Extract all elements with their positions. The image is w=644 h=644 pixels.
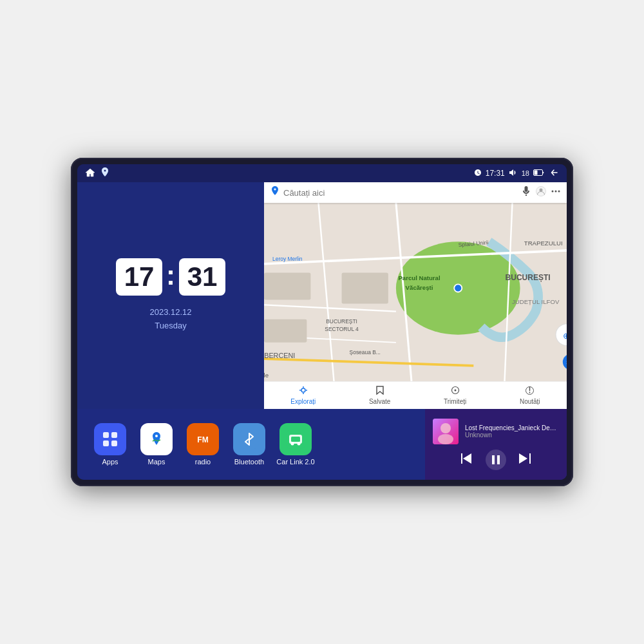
screen: 17:31 18 bbox=[77, 164, 567, 480]
app-item-bluetooth[interactable]: Bluetooth bbox=[229, 423, 269, 466]
svg-point-7 bbox=[558, 191, 560, 193]
battery-level: 18 bbox=[522, 169, 529, 177]
map-area[interactable]: Parcul Natural Văcărești Leroy Merlin BU… bbox=[264, 203, 567, 381]
svg-text:Văcărești: Văcărești bbox=[406, 284, 433, 291]
volume-icon[interactable] bbox=[509, 169, 518, 178]
svg-text:SECTORUL 4: SECTORUL 4 bbox=[325, 326, 359, 332]
svg-rect-17 bbox=[342, 272, 388, 303]
map-bottom-nav: Explorați Salvate bbox=[264, 381, 567, 409]
map-pin-icon bbox=[270, 186, 279, 199]
svg-point-56 bbox=[291, 442, 294, 446]
account-icon[interactable] bbox=[536, 186, 546, 199]
svg-point-59 bbox=[440, 423, 451, 433]
device: 17:31 18 bbox=[71, 158, 573, 486]
music-artist: Unknown bbox=[465, 431, 559, 439]
top-section: 17 : 31 2023.12.12 Tuesday bbox=[77, 182, 567, 409]
svg-rect-46 bbox=[111, 432, 117, 438]
svg-rect-1 bbox=[535, 171, 538, 175]
apps-label: Apps bbox=[102, 458, 118, 466]
svg-text:⊕: ⊕ bbox=[563, 331, 567, 341]
map-search-input[interactable] bbox=[283, 188, 518, 198]
svg-text:Google: Google bbox=[264, 372, 269, 379]
svg-text:Parcul Natural: Parcul Natural bbox=[398, 274, 440, 281]
svg-rect-55 bbox=[291, 437, 300, 442]
app-item-radio[interactable]: FM radio bbox=[183, 423, 223, 466]
svg-point-5 bbox=[552, 191, 554, 193]
svg-text:TRAPEZULUI: TRAPEZULUI bbox=[524, 240, 563, 247]
music-section: Lost Frequencies_Janieck Devy-... Unknow… bbox=[425, 409, 567, 480]
music-thumbnail-img bbox=[433, 419, 459, 444]
clock-colon: : bbox=[166, 260, 175, 291]
music-info: Lost Frequencies_Janieck Devy-... Unknow… bbox=[433, 419, 559, 444]
news-label: Noutăți bbox=[520, 398, 540, 405]
clock-minute: 31 bbox=[179, 258, 225, 296]
radio-icon: FM bbox=[187, 423, 219, 455]
maps-label: Maps bbox=[148, 458, 166, 466]
apps-section: Apps Maps bbox=[77, 409, 425, 480]
svg-point-4 bbox=[540, 189, 543, 192]
svg-text:BUCUREȘTI: BUCUREȘTI bbox=[326, 318, 357, 325]
status-right: 17:31 18 bbox=[474, 168, 559, 178]
carlink-icon bbox=[279, 423, 312, 455]
mic-icon[interactable] bbox=[522, 186, 531, 199]
music-title: Lost Frequencies_Janieck Devy-... bbox=[465, 424, 559, 431]
svg-rect-45 bbox=[103, 432, 109, 438]
svg-point-32 bbox=[454, 284, 462, 292]
svg-point-43 bbox=[454, 390, 456, 392]
news-icon bbox=[526, 386, 534, 397]
bluetooth-label: Bluetooth bbox=[234, 458, 264, 466]
app-item-carlink[interactable]: Car Link 2.0 bbox=[276, 423, 316, 466]
map-search-bar bbox=[264, 182, 567, 203]
signal-icon bbox=[474, 169, 482, 178]
carlink-label: Car Link 2.0 bbox=[276, 458, 314, 466]
svg-rect-2 bbox=[525, 186, 528, 192]
app-item-maps[interactable]: Maps bbox=[137, 423, 176, 466]
svg-text:BUCUREȘTI: BUCUREȘTI bbox=[506, 273, 551, 282]
clock-date: 2023.12.12 Tuesday bbox=[149, 306, 191, 333]
home-icon[interactable] bbox=[85, 168, 95, 179]
svg-point-6 bbox=[555, 191, 557, 193]
bluetooth-icon bbox=[233, 423, 265, 455]
saved-icon bbox=[376, 386, 384, 397]
main-content: 17 : 31 2023.12.12 Tuesday bbox=[77, 182, 567, 480]
map-nav-news[interactable]: Noutăți bbox=[520, 386, 540, 405]
back-icon[interactable] bbox=[549, 168, 559, 178]
clock-display: 17 : 31 bbox=[116, 258, 225, 296]
status-time: 17:31 bbox=[486, 169, 505, 178]
battery-icon bbox=[533, 169, 545, 177]
map-nav-send[interactable]: Trimiteți bbox=[444, 386, 466, 405]
svg-point-41 bbox=[301, 388, 305, 392]
status-left-icons bbox=[85, 167, 109, 180]
radio-label: radio bbox=[195, 458, 211, 466]
clock-panel: 17 : 31 2023.12.12 Tuesday bbox=[77, 182, 264, 409]
svg-rect-19 bbox=[264, 319, 307, 343]
map-nav-saved[interactable]: Salvate bbox=[369, 386, 390, 405]
prev-button[interactable] bbox=[461, 453, 473, 467]
svg-rect-18 bbox=[264, 272, 310, 299]
svg-rect-61 bbox=[492, 455, 495, 464]
map-search-icons bbox=[522, 186, 560, 199]
svg-text:JUDEȚUL ILFOV: JUDEȚUL ILFOV bbox=[512, 298, 560, 305]
send-icon bbox=[451, 386, 460, 397]
maps-status-icon[interactable] bbox=[100, 167, 109, 180]
svg-rect-62 bbox=[497, 455, 500, 464]
app-item-apps[interactable]: Apps bbox=[90, 423, 130, 466]
next-button[interactable] bbox=[519, 453, 531, 467]
bottom-section: Apps Maps bbox=[77, 409, 567, 480]
apps-icon bbox=[94, 423, 126, 455]
map-nav-explore[interactable]: Explorați bbox=[290, 386, 316, 405]
svg-point-60 bbox=[438, 434, 453, 444]
svg-point-57 bbox=[298, 442, 301, 446]
svg-text:START: START bbox=[566, 359, 567, 366]
svg-text:BERCENI: BERCENI bbox=[264, 352, 295, 359]
more-icon[interactable] bbox=[551, 187, 560, 198]
map-panel: Parcul Natural Văcărești Leroy Merlin BU… bbox=[264, 182, 567, 409]
music-text: Lost Frequencies_Janieck Devy-... Unknow… bbox=[465, 424, 559, 439]
explore-icon bbox=[299, 386, 308, 397]
music-thumbnail bbox=[433, 419, 459, 444]
svg-text:Leroy Merlin: Leroy Merlin bbox=[272, 256, 303, 262]
svg-text:Șoseaua B...: Șoseaua B... bbox=[350, 349, 381, 355]
play-pause-button[interactable] bbox=[486, 450, 506, 470]
music-controls bbox=[433, 450, 559, 470]
send-label: Trimiteți bbox=[444, 398, 466, 405]
